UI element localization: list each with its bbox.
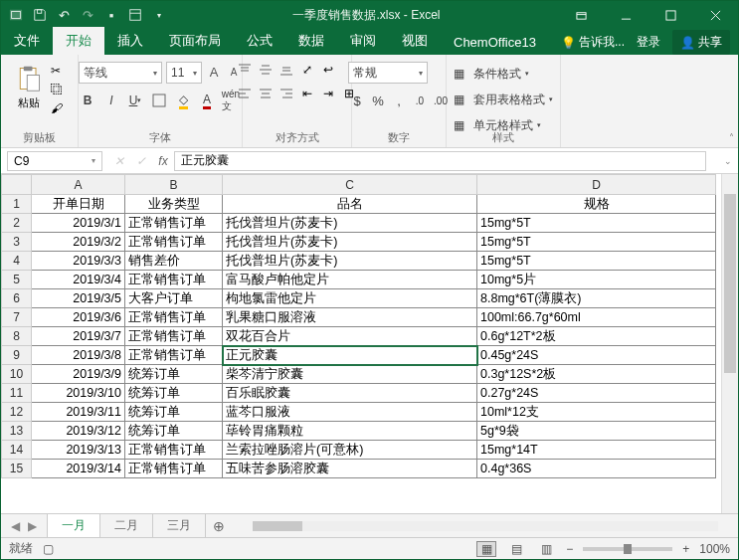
cell-D13[interactable]: 5g*9袋 [477,422,716,441]
comma-icon[interactable]: , [390,92,408,109]
formula-input[interactable]: 正元胶囊 [174,151,706,171]
cell-C13[interactable]: 荜铃胃痛颗粒 [223,422,477,441]
tab-layout[interactable]: 页面布局 [156,27,234,55]
cell-A6[interactable]: 2019/3/5 [32,289,125,308]
row-header-11[interactable]: 11 [2,384,32,403]
row-header-7[interactable]: 7 [2,308,32,327]
align-left-icon[interactable] [236,86,254,101]
zoom-level[interactable]: 100% [699,542,730,556]
cell-C9[interactable]: 正元胶囊 [223,346,477,365]
cell-D5[interactable]: 10mg*5片 [477,271,716,289]
cell-D15[interactable]: 0.4g*36S [477,460,716,478]
cell-D14[interactable]: 15mg*14T [477,441,716,460]
cell-C14[interactable]: 兰索拉唑肠溶片(可意林) [223,441,477,460]
cell-C2[interactable]: 托伐普坦片(苏麦卡) [223,214,477,233]
cell-C1[interactable]: 品名 [223,195,477,214]
cell-B13[interactable]: 统筹订单 [125,422,223,441]
tell-me[interactable]: 💡 告诉我... [561,34,625,51]
cell-C7[interactable]: 乳果糖口服溶液 [223,308,477,327]
form-icon[interactable] [128,8,142,22]
underline-button[interactable]: U▾ [126,92,144,109]
tab-chemoffice[interactable]: ChemOffice13 [441,30,549,55]
sheet-tab-2[interactable]: 二月 [99,514,153,538]
tab-review[interactable]: 审阅 [337,27,389,55]
row-header-10[interactable]: 10 [2,365,32,384]
cell-A3[interactable]: 2019/3/2 [32,233,125,252]
row-header-8[interactable]: 8 [2,327,32,346]
cell-D10[interactable]: 0.3g*12S*2板 [477,365,716,384]
cell-B5[interactable]: 正常销售订单 [125,271,223,289]
collapse-ribbon-icon[interactable]: ˄ [729,132,734,143]
col-header-C[interactable]: C [223,175,477,195]
save-icon[interactable] [33,8,47,22]
page-layout-view-icon[interactable]: ▤ [506,541,526,557]
tab-data[interactable]: 数据 [285,27,337,55]
cell-D1[interactable]: 规格 [477,195,716,214]
row-header-1[interactable]: 1 [2,195,32,214]
cell-A12[interactable]: 2019/3/11 [32,403,125,422]
zoom-slider[interactable] [583,547,672,551]
name-box[interactable]: C9▾ [7,151,102,171]
horizontal-scrollbar[interactable] [253,519,718,533]
col-header-B[interactable]: B [125,175,223,195]
grow-font-icon[interactable]: A [206,62,222,82]
cell-C3[interactable]: 托伐普坦片(苏麦卡) [223,233,477,252]
enter-icon[interactable]: ✓ [130,151,152,171]
cell-C5[interactable]: 富马酸卢帕他定片 [223,271,477,289]
cell-B7[interactable]: 正常销售订单 [125,308,223,327]
cell-B2[interactable]: 正常销售订单 [125,214,223,233]
row-header-9[interactable]: 9 [2,346,32,365]
cell-B3[interactable]: 正常销售订单 [125,233,223,252]
cell-B9[interactable]: 正常销售订单 [125,346,223,365]
tab-formulas[interactable]: 公式 [234,27,285,55]
cell-B8[interactable]: 正常销售订单 [125,327,223,346]
cell-C11[interactable]: 百乐眠胶囊 [223,384,477,403]
cell-D4[interactable]: 15mg*5T [477,252,716,271]
cell-B4[interactable]: 销售差价 [125,252,223,271]
redo-icon[interactable]: ↷ [81,8,94,22]
cell-C12[interactable]: 蓝芩口服液 [223,403,477,422]
new-sheet-button[interactable]: ⊕ [205,518,233,534]
cell-D6[interactable]: 8.8mg*6T(薄膜衣) [477,289,716,308]
cell-A15[interactable]: 2019/3/14 [32,460,125,478]
paste-button[interactable]: 粘贴 [11,62,47,112]
row-header-12[interactable]: 12 [2,403,32,422]
tab-view[interactable]: 视图 [389,27,441,55]
cell-B11[interactable]: 统筹订单 [125,384,223,403]
cell-C8[interactable]: 双花百合片 [223,327,477,346]
expand-formula-icon[interactable]: ⌄ [724,156,738,166]
sheet-prev-icon[interactable]: ◀ [11,519,20,533]
page-break-view-icon[interactable]: ▥ [536,541,556,557]
align-center-icon[interactable] [257,86,275,101]
col-header-D[interactable]: D [477,175,716,195]
row-header-13[interactable]: 13 [2,422,32,441]
cell-A7[interactable]: 2019/3/6 [32,308,125,327]
table-format-button[interactable]: ▦套用表格格式▾ [454,90,553,109]
tab-home[interactable]: 开始 [53,27,104,55]
percent-icon[interactable]: % [369,92,387,109]
cell-A11[interactable]: 2019/3/10 [32,384,125,403]
cell-D2[interactable]: 15mg*5T [477,214,716,233]
cut-icon[interactable]: ✂ [51,64,69,80]
cell-C4[interactable]: 托伐普坦片(苏麦卡) [223,252,477,271]
cell-D7[interactable]: 100ml:66.7g*60ml [477,308,716,327]
align-bottom-icon[interactable] [277,62,295,78]
cell-C10[interactable]: 柴芩清宁胶囊 [223,365,477,384]
cell-B14[interactable]: 正常销售订单 [125,441,223,460]
cell-A9[interactable]: 2019/3/8 [32,346,125,365]
undo-icon[interactable]: ↶ [57,8,71,22]
fill-color-button[interactable]: ◇ [174,92,192,109]
row-header-14[interactable]: 14 [2,441,32,460]
maximize-button[interactable] [648,1,693,29]
ribbon-options-icon[interactable] [559,1,604,29]
cell-D3[interactable]: 15mg*5T [477,233,716,252]
row-header-3[interactable]: 3 [2,233,32,252]
inc-decimal-icon[interactable]: .0 [411,92,429,109]
indent-dec-icon[interactable]: ⇤ [298,86,316,101]
qat-dropdown-icon[interactable]: ▾ [152,8,166,22]
align-right-icon[interactable] [277,86,295,101]
minimize-button[interactable] [604,1,648,29]
vertical-scrollbar[interactable] [721,174,738,513]
number-format-combo[interactable]: 常规▾ [348,62,428,84]
font-color-button[interactable]: A [198,92,216,109]
